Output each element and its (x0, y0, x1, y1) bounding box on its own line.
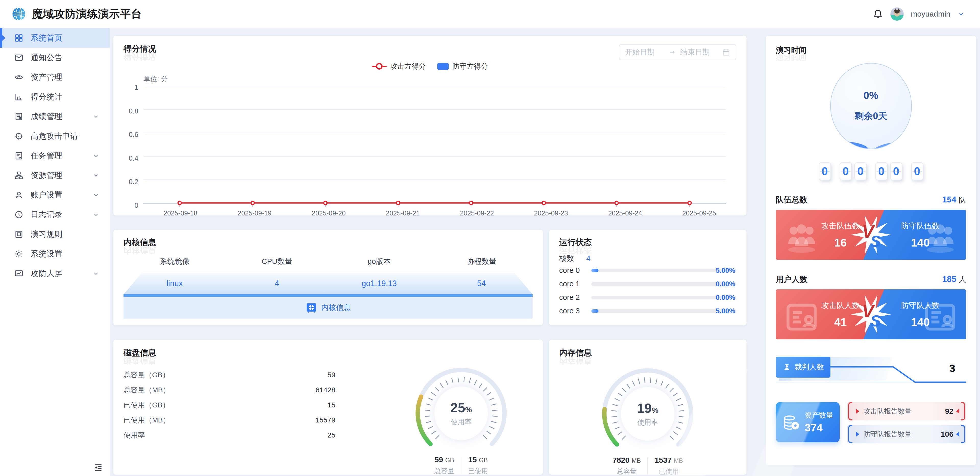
sidebar-item-label: 系统设置 (30, 249, 62, 259)
x-tick-label: 2025-09-20 (292, 209, 366, 217)
legend-item-defense[interactable]: 防守方得分 (437, 62, 488, 71)
core-usage-row: core 1 0.00% (559, 277, 736, 290)
countdown-digit: 0 (911, 162, 923, 180)
sidebar-item-icon (14, 190, 24, 200)
core-progress-fill (591, 269, 598, 272)
users-total-value: 185 (942, 274, 956, 284)
kernel-footer-label: 内核信息 (321, 303, 351, 313)
defense-users-value: 140 (911, 316, 929, 328)
platform-bar (124, 294, 533, 297)
core-count-label: 核数 (559, 254, 574, 263)
core-usage-percent: 0.00% (716, 280, 735, 288)
start-date-input[interactable]: 开始日期 (625, 47, 664, 57)
chart-legend: 攻击方得分 防守方得分 (124, 61, 736, 72)
kernel-column-value: go1.19.13 (328, 279, 431, 288)
users-total-title: 用户人数 (776, 274, 808, 285)
y-tick-label: 0.8 (129, 107, 138, 115)
core-name: core 1 (559, 280, 588, 288)
sidebar-item-label: 演习规则 (30, 229, 62, 240)
disk-stat-row: 总容量（GB） 59 (124, 367, 335, 382)
bell-icon[interactable] (873, 9, 883, 19)
defense-report-value: 106 (941, 430, 953, 438)
core-usage-row: core 0 5.00% (559, 263, 736, 277)
sidebar-item[interactable]: 资产管理 (0, 67, 110, 87)
sidebar-item-label: 得分统计 (30, 92, 62, 102)
attack-report-row: 攻击队报告数量 92 (847, 402, 966, 420)
sidebar-item-icon (14, 53, 24, 62)
score-line-chart: 10.80.60.40.20 (124, 85, 736, 217)
sidebar-item[interactable]: 资源管理 (0, 165, 110, 185)
defense-bar-marker-icon (437, 63, 449, 70)
y-tick-label: 0 (135, 202, 138, 209)
sidebar-item-icon (14, 112, 24, 121)
core-progress-track (591, 296, 736, 299)
attack-line-marker-icon (372, 66, 387, 67)
sidebar-collapse-icon[interactable] (94, 463, 103, 473)
chart-unit-label: 单位: 分 (143, 75, 736, 84)
defense-users-label: 防守队人数 (901, 300, 939, 311)
sidebar-item-icon (14, 33, 24, 43)
countdown-digit: 0 (890, 162, 902, 180)
chart-plot-area (143, 85, 726, 209)
avatar[interactable] (891, 7, 904, 21)
sidebar-item[interactable]: 成绩管理 (0, 106, 110, 126)
legend-item-attack[interactable]: 攻击方得分 (372, 62, 426, 71)
sidebar-item-label: 资源管理 (30, 170, 62, 181)
disk-stat-row: 已使用（GB） 15 (124, 397, 335, 413)
sidebar-item[interactable]: 系统首页 (0, 28, 110, 48)
defense-teams-value: 140 (911, 236, 929, 249)
chevron-down-icon (92, 172, 100, 179)
sidebar-item[interactable]: 系统设置 (0, 244, 110, 263)
users-vs-banner: 攻击队人数 41 防守队人数 140 V S (776, 289, 966, 340)
run-status-card: 运行状态运行状态 核数 4 core 0 5 (549, 230, 746, 325)
sidebar-item-label: 日志记录 (30, 209, 62, 220)
disk-stat-value: 61428 (315, 386, 335, 394)
right-summary-panel: 演习时间演习时间 0% 剩余0天 000000 队伍总数 154 队 攻击队伍数… (765, 36, 976, 465)
core-name: core 2 (559, 293, 588, 301)
kernel-column-header: go版本 (328, 257, 431, 267)
kernel-column-header: 系统镜像 (124, 257, 226, 267)
disk-stat-label: 已使用（MB） (124, 415, 170, 425)
calendar-icon[interactable] (722, 48, 730, 56)
arrow-right-icon (668, 48, 676, 56)
kernel-column-header: 协程数量 (430, 257, 533, 267)
score-chart-card: 得分情况得分情况 开始日期 结束日期 攻击方得分 防守方得分 (113, 36, 746, 216)
sidebar-item[interactable]: 演习规则 (0, 224, 110, 244)
judges-count-widget: 裁判人数 3 (776, 355, 966, 387)
disk-gauge-label: 使用率 (451, 417, 472, 427)
disk-stat-row: 总容量（MB） 61428 (124, 382, 335, 397)
date-range-picker[interactable]: 开始日期 结束日期 (619, 44, 736, 60)
disk-stat-row: 已使用（MB） 15579 (124, 413, 335, 428)
y-axis-labels: 10.80.60.40.20 (124, 84, 138, 209)
chevron-down-icon[interactable] (958, 10, 965, 17)
sidebar-item[interactable]: 日志记录 (0, 205, 110, 224)
assets-value: 374 (805, 422, 833, 434)
vs-emblem-icon: V S (850, 213, 893, 257)
sidebar-item-label: 系统首页 (30, 33, 62, 43)
disk-stat-label: 使用率 (124, 430, 145, 440)
sidebar-item-label: 攻防大屏 (30, 268, 62, 279)
memory-used-value: 1537 (655, 456, 672, 464)
drill-progress-circle: 0% 剩余0天 (830, 63, 912, 149)
end-date-input[interactable]: 结束日期 (680, 47, 719, 57)
sidebar-item[interactable]: 任务管理 (0, 146, 110, 165)
sidebar-item[interactable]: 得分统计 (0, 87, 110, 106)
sidebar: 系统首页 通知公告 资产管理 得分统计 (0, 28, 110, 476)
sidebar-item[interactable]: 账户设置 (0, 185, 110, 205)
countdown-clock: 000000 (776, 162, 966, 180)
sidebar-item-label: 通知公告 (30, 52, 62, 63)
username[interactable]: moyuadmin (911, 10, 950, 18)
card-title: 得分情况得分情况 (124, 44, 156, 53)
sidebar-item[interactable]: 通知公告 (0, 48, 110, 67)
disk-total-label: 总容量 (434, 466, 454, 476)
y-tick-label: 0.6 (129, 131, 138, 139)
memory-used-label: 已使用 (655, 467, 683, 476)
y-tick-label: 0.4 (129, 154, 138, 162)
sidebar-item[interactable]: 高危攻击申请 (0, 126, 110, 146)
sidebar-item-label: 高危攻击申请 (30, 131, 78, 141)
sidebar-item[interactable]: 攻防大屏 (0, 263, 110, 283)
disk-total-value: 59 (434, 455, 443, 464)
core-name: core 3 (559, 307, 588, 315)
sidebar-item-label: 任务管理 (30, 151, 62, 161)
chevron-down-icon (92, 192, 100, 198)
